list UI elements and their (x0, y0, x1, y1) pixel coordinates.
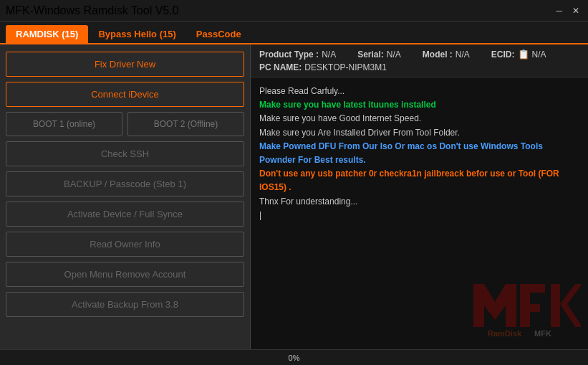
console-line: Make Powned DFU From Our Iso Or mac os D… (259, 140, 579, 167)
right-panel: Product Type : N/A Serial: N/A Model : N… (251, 44, 588, 349)
product-type-item: Product Type : N/A (259, 49, 336, 60)
progress-bar-container: 0% (0, 349, 588, 365)
left-panel: Fix Driver New Connect iDevice BOOT 1 (o… (0, 44, 251, 349)
console-line: Make sure you Are Installed Driver From … (259, 126, 579, 140)
tab-bypass[interactable]: Bypass Hello (15) (88, 25, 185, 43)
svg-text:RamDisk: RamDisk (488, 329, 522, 338)
serial-label: Serial: (357, 49, 384, 60)
logo-watermark: RamDisk MFK (466, 273, 581, 342)
svg-rect-4 (551, 284, 560, 327)
product-type-label: Product Type : (259, 49, 319, 60)
svg-rect-2 (520, 284, 545, 293)
svg-marker-0 (473, 284, 516, 327)
model-label: Model : (423, 49, 453, 60)
read-owner-info-button[interactable]: Read Owner Info (6, 232, 244, 257)
window-controls: ─ ✕ (553, 6, 582, 16)
console-cursor: | (259, 210, 261, 220)
serial-item: Serial: N/A (357, 49, 401, 60)
serial-value: N/A (387, 49, 401, 60)
pc-name-item: PC NAME: DESKTOP-NIPM3M1 (259, 62, 387, 72)
check-ssh-button[interactable]: Check SSH (6, 141, 244, 166)
model-value: N/A (456, 49, 470, 60)
model-item: Model : N/A (423, 49, 470, 60)
app-title: MFK-Windows Ramdisk Tool V5.0 (6, 4, 179, 17)
console-line: Don't use any usb patcher 0r checkra1n j… (259, 167, 579, 194)
boot-buttons-row: BOOT 1 (online) BOOT 2 (Offline) (6, 112, 244, 136)
svg-marker-5 (560, 284, 581, 327)
ecid-value: N/A (532, 49, 546, 60)
connect-idevice-button[interactable]: Connect iDevice (6, 82, 244, 107)
console-area: Please Read Carfuly...Make sure you have… (251, 77, 588, 349)
console-lines: Please Read Carfuly...Make sure you have… (259, 85, 579, 209)
boot1-button[interactable]: BOOT 1 (online) (6, 112, 122, 136)
svg-rect-3 (520, 304, 540, 312)
ecid-label: ECID: (491, 49, 515, 60)
minimize-button[interactable]: ─ (553, 6, 565, 16)
activate-backup-button[interactable]: Activate Backup From 3.8 (6, 292, 244, 317)
main-layout: Fix Driver New Connect iDevice BOOT 1 (o… (0, 44, 588, 349)
tab-passcode[interactable]: PassCode (186, 25, 251, 43)
pc-name-value: DESKTOP-NIPM3M1 (304, 62, 386, 72)
pc-name-label: PC NAME: (259, 62, 302, 72)
backup-passcode-button[interactable]: BACKUP / Passcode (Steb 1) (6, 171, 244, 196)
svg-text:MFK: MFK (534, 329, 551, 338)
console-line: Make sure you have latest ituunes instal… (259, 98, 579, 112)
title-bar: MFK-Windows Ramdisk Tool V5.0 ─ ✕ (0, 0, 588, 22)
console-line: Thnx For understanding... (259, 195, 579, 209)
tab-bar: RAMDISK (15) Bypass Hello (15) PassCode (0, 22, 588, 44)
fix-driver-new-button[interactable]: Fix Driver New (6, 52, 244, 77)
activate-device-button[interactable]: Activate Device / Full Synce (6, 202, 244, 227)
console-line: Make sure you have Good Internet Speed. (259, 112, 579, 125)
boot2-button[interactable]: BOOT 2 (Offline) (127, 112, 244, 136)
close-button[interactable]: ✕ (569, 6, 582, 16)
console-line: Please Read Carfuly... (259, 85, 579, 98)
info-bar: Product Type : N/A Serial: N/A Model : N… (251, 44, 588, 77)
tab-ramdisk[interactable]: RAMDISK (15) (6, 25, 88, 43)
ecid-item: ECID: 📋 N/A (491, 49, 546, 60)
progress-text: 0% (289, 354, 300, 362)
product-type-value: N/A (322, 49, 336, 60)
open-menu-remove-button[interactable]: Open Menu Remove Account (6, 262, 244, 287)
copy-icon[interactable]: 📋 (518, 49, 529, 60)
